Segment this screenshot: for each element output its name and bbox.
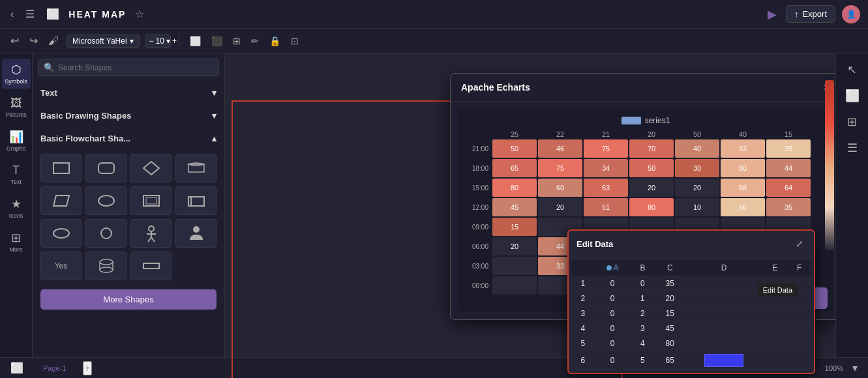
shape-person[interactable]	[130, 219, 172, 248]
heatmap-cell[interactable]: 80	[492, 179, 537, 197]
cell-E-5[interactable]	[763, 336, 788, 351]
heatmap-cell[interactable]: 44	[766, 159, 811, 177]
cell-row-6[interactable]: 6	[571, 351, 595, 370]
cell-E-3[interactable]	[763, 306, 788, 321]
sidebar-item-symbols[interactable]: ⬡ Symbols	[2, 59, 31, 89]
shape-parallelogram[interactable]	[40, 186, 82, 215]
more-shapes-button[interactable]: More Shapes	[40, 289, 217, 310]
cell-D-5[interactable]	[685, 336, 762, 351]
right-icon-layers[interactable]: ☰	[838, 137, 867, 159]
cell-D-1[interactable]	[685, 276, 762, 291]
shape-stadium[interactable]	[85, 186, 127, 215]
heatmap-cell[interactable]: 64	[766, 179, 811, 197]
cell-D-4[interactable]	[685, 321, 762, 336]
sidebar-item-graphs[interactable]: 📊 Graphs	[2, 126, 31, 156]
sidebar-item-icons[interactable]: ★ Icons	[2, 193, 31, 223]
cell-F-4[interactable]	[787, 321, 811, 336]
cell-A-5[interactable]: 0	[595, 336, 631, 351]
cell-B-2[interactable]: 1	[631, 291, 655, 306]
heatmap-cell[interactable]: 20	[629, 179, 674, 197]
cell-D-3[interactable]	[685, 306, 762, 321]
heatmap-cell[interactable]	[492, 276, 537, 295]
undo-button[interactable]: ↩	[8, 32, 22, 50]
font-selector[interactable]: Microsoft YaHei ▾	[67, 35, 140, 48]
sidebar-item-text[interactable]: T Text	[2, 160, 31, 189]
cell-A-2[interactable]: 0	[595, 291, 631, 306]
cell-D-6[interactable]	[685, 351, 762, 370]
heatmap-cell[interactable]: 50	[492, 139, 537, 158]
cell-F-5[interactable]	[787, 336, 811, 351]
heatmap-cell[interactable]: 68	[721, 179, 765, 197]
font-size-control[interactable]: − 10 ▾ +	[145, 35, 171, 48]
cell-C-4[interactable]: 45	[655, 321, 685, 336]
heatmap-cell[interactable]: 92	[721, 139, 765, 158]
heatmap-cell[interactable]: 50	[629, 159, 674, 177]
cell-row-2[interactable]: 2	[571, 291, 595, 306]
cell-row-5[interactable]: 5	[571, 336, 595, 351]
toolbar-icon-3[interactable]: ⊞	[230, 35, 243, 48]
text-section-header[interactable]: Text ▾	[40, 85, 217, 100]
cell-F-6[interactable]	[787, 351, 811, 370]
heatmap-cell[interactable]: 63	[584, 179, 628, 197]
active-cell-input[interactable]	[704, 354, 743, 367]
cell-B-5[interactable]: 4	[631, 336, 655, 351]
heatmap-cell[interactable]: 80	[721, 159, 765, 177]
shape-circle[interactable]	[85, 219, 127, 248]
heatmap-cell[interactable]: 46	[538, 139, 582, 158]
zoom-chevron[interactable]: ▾	[850, 359, 860, 377]
cell-row-3[interactable]: 3	[571, 306, 595, 321]
right-icon-page[interactable]: ⬜	[838, 85, 867, 107]
heatmap-cell[interactable]: 65	[492, 159, 537, 177]
avatar[interactable]: 👤	[842, 5, 860, 23]
basic-drawing-header[interactable]: Basic Drawing Shapes ▾	[40, 108, 217, 123]
shape-frame[interactable]	[130, 186, 172, 215]
minus-icon[interactable]: −	[149, 36, 154, 46]
heatmap-cell[interactable]: 75	[538, 159, 582, 177]
shape-rounded-rect[interactable]	[85, 154, 127, 182]
cell-E-4[interactable]	[763, 321, 788, 336]
heatmap-cell[interactable]: 75	[584, 139, 628, 158]
play-button[interactable]: ▶	[765, 5, 779, 24]
heatmap-cell[interactable]: 51	[584, 198, 628, 216]
toolbar-icon-5[interactable]: 🔒	[267, 35, 283, 48]
heatmap-cell[interactable]: 34	[584, 159, 628, 177]
cell-C-3[interactable]: 15	[655, 306, 685, 321]
col-header-D[interactable]: D	[685, 260, 762, 276]
right-icon-cursor[interactable]: ↖	[838, 59, 867, 81]
shape-wide-rect[interactable]	[130, 252, 172, 280]
col-header-B[interactable]: B	[631, 260, 655, 276]
cell-D-2[interactable]	[685, 291, 762, 306]
cell-C-2[interactable]: 20	[655, 291, 685, 306]
heatmap-cell[interactable]: 45	[492, 198, 537, 216]
shape-yes-badge[interactable]: Yes	[40, 252, 82, 280]
heatmap-cell[interactable]: 15	[492, 218, 537, 236]
menu-button[interactable]: ☰	[23, 5, 37, 23]
cell-F-3[interactable]	[787, 306, 811, 321]
cell-A-4[interactable]: 0	[595, 321, 631, 336]
col-header-A[interactable]: A	[595, 260, 631, 276]
heatmap-cell[interactable]: 20	[675, 179, 719, 197]
shape-banner[interactable]	[175, 154, 217, 182]
heatmap-cell[interactable]: 30	[675, 159, 719, 177]
cell-B-3[interactable]: 2	[631, 306, 655, 321]
redo-button[interactable]: ↪	[27, 32, 40, 50]
shape-user[interactable]	[175, 219, 217, 248]
right-icon-grid[interactable]: ⊞	[838, 111, 867, 133]
toolbar-icon-4[interactable]: ✏	[248, 35, 262, 48]
cell-row-4[interactable]: 4	[571, 321, 595, 336]
heatmap-cell[interactable]: 70	[629, 139, 674, 158]
cell-row-1[interactable]: 1	[571, 276, 595, 291]
cell-A-1[interactable]: 0	[595, 276, 631, 291]
col-header-E[interactable]: E	[763, 260, 788, 276]
toolbar-icon-6[interactable]: ⊡	[288, 35, 301, 48]
search-input[interactable]	[58, 63, 213, 72]
cell-B-1[interactable]: 0	[631, 276, 655, 291]
heatmap-cell[interactable]: 35	[766, 198, 811, 216]
cell-C-1[interactable]: 35	[655, 276, 685, 291]
cell-A-6[interactable]: 0	[595, 351, 631, 370]
shape-scroll[interactable]	[175, 186, 217, 215]
toolbar-icon-1[interactable]: ⬜	[187, 35, 203, 48]
shape-oval[interactable]	[40, 219, 82, 248]
heatmap-cell[interactable]: 56	[721, 198, 765, 216]
shape-diamond[interactable]	[130, 154, 172, 182]
